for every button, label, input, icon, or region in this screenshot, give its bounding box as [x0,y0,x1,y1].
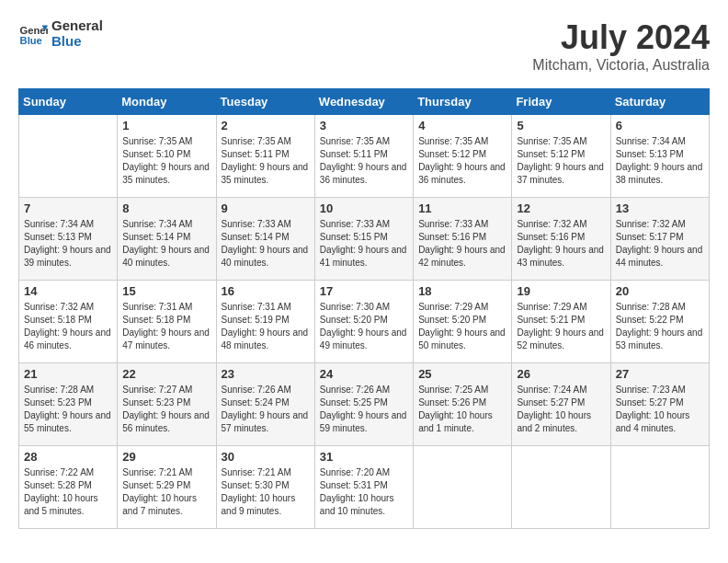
cell-info: Sunrise: 7:34 AMSunset: 5:13 PMDaylight:… [24,218,112,270]
cell-info: Sunrise: 7:29 AMSunset: 5:21 PMDaylight:… [517,301,605,352]
day-number: 27 [616,367,704,381]
cell-info: Sunrise: 7:20 AMSunset: 5:31 PMDaylight:… [320,466,408,518]
cell-w5-d7 [610,446,709,529]
day-number: 25 [418,367,506,381]
week-row-5: 28Sunrise: 7:22 AMSunset: 5:28 PMDayligh… [19,446,710,529]
day-number: 6 [616,119,704,132]
day-number: 4 [418,119,506,132]
day-number: 14 [24,284,112,298]
col-wednesday: Wednesday [314,89,413,115]
day-number: 19 [517,284,605,298]
cell-w1-d7: 6Sunrise: 7:34 AMSunset: 5:13 PMDaylight… [610,115,709,198]
cell-w2-d3: 9Sunrise: 7:33 AMSunset: 5:14 PMDaylight… [216,198,314,281]
day-number: 15 [122,284,210,298]
cell-info: Sunrise: 7:25 AMSunset: 5:26 PMDaylight:… [418,384,506,435]
day-number: 29 [122,450,210,464]
cell-w1-d1 [19,115,118,198]
cell-info: Sunrise: 7:26 AMSunset: 5:24 PMDaylight:… [222,384,310,435]
cell-w5-d1: 28Sunrise: 7:22 AMSunset: 5:28 PMDayligh… [19,446,118,529]
cell-w4-d7: 27Sunrise: 7:23 AMSunset: 5:27 PMDayligh… [610,363,709,446]
svg-text:Blue: Blue [20,35,42,46]
cell-info: Sunrise: 7:32 AMSunset: 5:17 PMDaylight:… [616,218,704,270]
cell-info: Sunrise: 7:35 AMSunset: 5:10 PMDaylight:… [122,135,210,187]
logo-blue: Blue [51,34,103,50]
day-number: 20 [616,284,704,298]
day-number: 10 [320,201,408,215]
col-tuesday: Tuesday [216,89,314,115]
day-number: 3 [320,119,408,132]
day-number: 30 [222,450,310,464]
col-friday: Friday [512,89,610,115]
day-number: 12 [517,201,605,215]
week-row-2: 7Sunrise: 7:34 AMSunset: 5:13 PMDaylight… [19,198,710,281]
cell-w5-d4: 31Sunrise: 7:20 AMSunset: 5:31 PMDayligh… [314,446,413,529]
page-header: General Blue General Blue July 2024 Mitc… [18,18,710,74]
cell-info: Sunrise: 7:33 AMSunset: 5:15 PMDaylight:… [320,218,408,270]
cell-info: Sunrise: 7:35 AMSunset: 5:12 PMDaylight:… [418,135,506,187]
title-area: July 2024 Mitcham, Victoria, Australia [532,18,710,74]
cell-w1-d3: 2Sunrise: 7:35 AMSunset: 5:11 PMDaylight… [216,115,314,198]
cell-info: Sunrise: 7:35 AMSunset: 5:11 PMDaylight:… [222,135,310,187]
week-row-4: 21Sunrise: 7:28 AMSunset: 5:23 PMDayligh… [19,363,710,446]
day-number: 5 [517,119,605,132]
cell-w1-d4: 3Sunrise: 7:35 AMSunset: 5:11 PMDaylight… [314,115,413,198]
cell-info: Sunrise: 7:22 AMSunset: 5:28 PMDaylight:… [24,466,112,518]
col-saturday: Saturday [610,89,709,115]
cell-w4-d1: 21Sunrise: 7:28 AMSunset: 5:23 PMDayligh… [19,363,118,446]
day-number: 7 [24,201,112,215]
day-number: 1 [122,119,210,132]
day-number: 28 [24,450,112,464]
day-number: 13 [616,201,704,215]
cell-info: Sunrise: 7:21 AMSunset: 5:30 PMDaylight:… [222,466,310,518]
cell-info: Sunrise: 7:28 AMSunset: 5:23 PMDaylight:… [24,384,112,435]
cell-w3-d6: 19Sunrise: 7:29 AMSunset: 5:21 PMDayligh… [512,281,610,363]
header-row: Sunday Monday Tuesday Wednesday Thursday… [19,89,710,115]
cell-info: Sunrise: 7:35 AMSunset: 5:12 PMDaylight:… [517,135,605,187]
cell-info: Sunrise: 7:31 AMSunset: 5:19 PMDaylight:… [222,301,310,352]
cell-info: Sunrise: 7:26 AMSunset: 5:25 PMDaylight:… [320,384,408,435]
cell-info: Sunrise: 7:34 AMSunset: 5:13 PMDaylight:… [616,135,704,187]
logo: General Blue General Blue [18,18,103,49]
col-monday: Monday [118,89,216,115]
day-number: 21 [24,367,112,381]
cell-info: Sunrise: 7:24 AMSunset: 5:27 PMDaylight:… [517,384,605,435]
day-number: 26 [517,367,605,381]
cell-w5-d5 [414,446,512,529]
cell-w5-d3: 30Sunrise: 7:21 AMSunset: 5:30 PMDayligh… [216,446,314,529]
col-sunday: Sunday [19,89,118,115]
cell-w2-d6: 12Sunrise: 7:32 AMSunset: 5:16 PMDayligh… [512,198,610,281]
cell-w2-d2: 8Sunrise: 7:34 AMSunset: 5:14 PMDaylight… [118,198,216,281]
day-number: 24 [320,367,408,381]
cell-info: Sunrise: 7:23 AMSunset: 5:27 PMDaylight:… [616,384,704,435]
cell-w5-d6 [512,446,610,529]
day-number: 9 [222,201,310,215]
col-thursday: Thursday [414,89,512,115]
cell-w2-d1: 7Sunrise: 7:34 AMSunset: 5:13 PMDaylight… [19,198,118,281]
cell-w4-d2: 22Sunrise: 7:27 AMSunset: 5:23 PMDayligh… [118,363,216,446]
cell-w4-d6: 26Sunrise: 7:24 AMSunset: 5:27 PMDayligh… [512,363,610,446]
cell-info: Sunrise: 7:30 AMSunset: 5:20 PMDaylight:… [320,301,408,352]
day-number: 31 [320,450,408,464]
cell-w1-d5: 4Sunrise: 7:35 AMSunset: 5:12 PMDaylight… [414,115,512,198]
day-number: 8 [122,201,210,215]
cell-info: Sunrise: 7:28 AMSunset: 5:22 PMDaylight:… [616,301,704,352]
cell-w5-d2: 29Sunrise: 7:21 AMSunset: 5:29 PMDayligh… [118,446,216,529]
day-number: 23 [222,367,310,381]
cell-info: Sunrise: 7:21 AMSunset: 5:29 PMDaylight:… [122,466,210,518]
cell-w2-d5: 11Sunrise: 7:33 AMSunset: 5:16 PMDayligh… [414,198,512,281]
logo-general: General [51,18,103,34]
location: Mitcham, Victoria, Australia [532,57,710,74]
cell-info: Sunrise: 7:31 AMSunset: 5:18 PMDaylight:… [122,301,210,352]
week-row-1: 1Sunrise: 7:35 AMSunset: 5:10 PMDaylight… [19,115,710,198]
cell-info: Sunrise: 7:35 AMSunset: 5:11 PMDaylight:… [320,135,408,187]
month-year: July 2024 [532,18,710,57]
day-number: 11 [418,201,506,215]
week-row-3: 14Sunrise: 7:32 AMSunset: 5:18 PMDayligh… [19,281,710,363]
cell-w4-d5: 25Sunrise: 7:25 AMSunset: 5:26 PMDayligh… [414,363,512,446]
day-number: 16 [222,284,310,298]
cell-info: Sunrise: 7:33 AMSunset: 5:16 PMDaylight:… [418,218,506,270]
cell-w4-d3: 23Sunrise: 7:26 AMSunset: 5:24 PMDayligh… [216,363,314,446]
cell-info: Sunrise: 7:34 AMSunset: 5:14 PMDaylight:… [122,218,210,270]
cell-info: Sunrise: 7:32 AMSunset: 5:16 PMDaylight:… [517,218,605,270]
cell-w3-d7: 20Sunrise: 7:28 AMSunset: 5:22 PMDayligh… [610,281,709,363]
